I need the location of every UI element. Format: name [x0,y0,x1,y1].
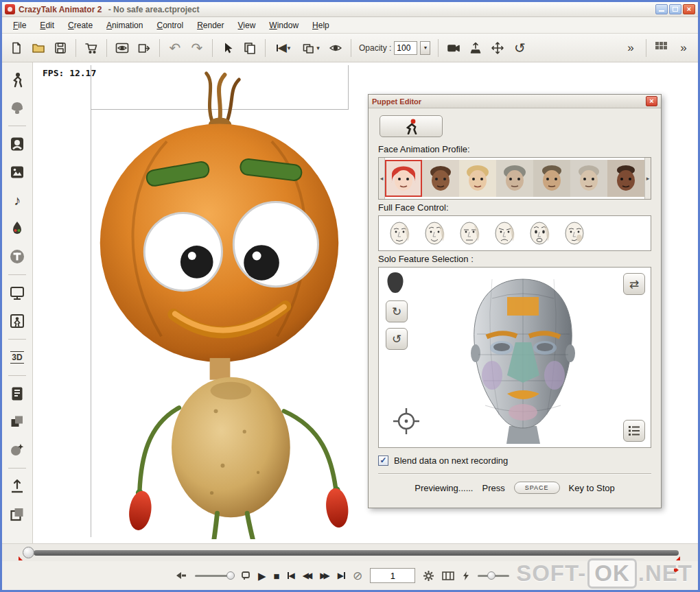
speed-slider-knob[interactable] [487,571,495,580]
speed-button[interactable] [462,571,470,581]
profile-scroll-left-button[interactable]: ◂ [379,158,385,199]
menu-help[interactable]: Help [305,19,336,32]
current-frame-input[interactable] [370,568,415,583]
rotate-tool-button[interactable]: ↺ [509,38,530,58]
profile-thumb-elder-woman[interactable] [570,160,607,197]
sidebar-script-button[interactable] [7,383,27,404]
frames-view-button[interactable] [442,571,454,581]
sidebar-motion-button[interactable] [7,311,27,331]
sidebar-paint-button[interactable] [7,218,27,239]
solo-reset-button[interactable]: ⇄ [623,273,645,295]
menu-edit[interactable]: Edit [33,19,61,32]
crosshair-control[interactable] [390,406,423,439]
blend-checkbox[interactable]: ✓ [378,455,388,466]
open-project-button[interactable] [28,38,49,58]
sidebar-actor-button[interactable] [7,69,27,90]
head-feature-button[interactable] [386,272,405,298]
full-face-thumb-2[interactable] [419,220,450,247]
first-frame-button[interactable]: ◀ [288,571,295,580]
duplicate-button[interactable] [240,38,260,58]
sidebar-3d-button[interactable]: 3D [7,347,27,368]
title-bar[interactable]: CrazyTalk Animator 2 - No safe area.ctpr… [2,2,698,17]
solo-rotate-button[interactable]: ↻ [386,300,408,322]
speed-slider[interactable] [478,575,509,577]
profile-thumb-dark-man[interactable] [607,160,644,197]
full-face-thumb-5[interactable] [524,220,555,247]
collect-clip-button[interactable]: ▾ [298,38,324,58]
range-start-marker[interactable] [19,556,23,560]
forward-button[interactable]: ▶▶ [320,571,329,580]
puppet-editor-close-button[interactable]: × [646,96,657,106]
sidebar-props-button[interactable] [7,412,27,432]
menu-animation[interactable]: Animation [100,19,150,32]
menu-create[interactable]: Create [61,19,100,32]
puppet-editor-panel[interactable]: Puppet Editor × Face Animation Profile: … [368,94,662,508]
minimize-button[interactable] [655,4,668,14]
marker-button[interactable] [241,571,250,580]
timeline-zoom-button[interactable] [175,570,187,581]
new-project-button[interactable] [6,38,27,58]
menu-window[interactable]: Window [262,19,305,32]
sidebar-text-button[interactable] [7,246,27,267]
stop-button[interactable]: ■ [274,571,280,581]
opacity-spinner-button[interactable]: ▼ [420,41,430,55]
object-up-button[interactable] [465,38,486,58]
save-button[interactable] [50,38,71,58]
menu-view[interactable]: View [231,19,263,32]
content-store-button[interactable] [81,38,102,58]
profile-thumb-blonde-woman[interactable] [459,160,496,197]
sidebar-hair-button[interactable] [7,97,27,118]
stage-canvas[interactable]: FPS: 12.17 [33,62,698,543]
layout-grid-button[interactable] [651,38,672,58]
puppet-profile-button[interactable] [380,115,443,137]
sidebar-audio-button[interactable]: ♪ [7,190,27,211]
timeline-playhead-knob[interactable] [23,547,34,558]
loop-off-button[interactable]: ⊘ [353,570,362,582]
camera-view-button[interactable] [443,38,464,58]
menu-file[interactable]: File [6,19,33,32]
toolbar-overflow-button[interactable]: » [620,38,641,58]
sidebar-face-button[interactable] [7,134,27,154]
full-face-thumb-4[interactable] [489,220,520,247]
sidebar-pin-button[interactable] [7,476,27,497]
full-face-thumb-6[interactable] [559,220,590,247]
profile-thumb-cartoon-girl[interactable] [385,160,422,197]
preview-button[interactable] [112,38,132,58]
select-tool-button[interactable] [218,38,238,58]
timeline-zoom-slider[interactable] [195,575,233,577]
timeline-track[interactable] [34,550,679,556]
opacity-input[interactable] [394,41,417,55]
face-3d-model[interactable] [444,271,602,446]
sidebar-scene-button[interactable] [7,283,27,303]
close-button[interactable]: × [683,4,695,14]
profile-thumb-tan-man[interactable] [533,160,570,197]
motion-clip-button[interactable]: ◀ ▾ [270,38,296,58]
solo-undo-button[interactable]: ↺ [386,328,408,350]
maximize-button[interactable] [669,4,681,14]
menu-render[interactable]: Render [190,19,231,32]
render-style-button[interactable] [325,38,346,58]
profile-scroll-right-button[interactable]: ▸ [644,158,651,199]
puppet-editor-titlebar[interactable]: Puppet Editor × [369,95,661,108]
settings-button[interactable] [423,570,434,582]
undo-button[interactable]: ↶ [165,38,185,58]
solo-list-button[interactable] [623,420,645,442]
menu-control[interactable]: Control [150,19,190,32]
profile-thumb-gray-woman[interactable] [496,160,533,197]
export-button[interactable] [134,38,154,58]
last-frame-button[interactable]: ▶ [338,571,345,580]
rewind-button[interactable]: ◀◀ [303,571,312,580]
profile-thumb-baby[interactable] [422,160,459,197]
move-tool-button[interactable] [487,38,508,58]
sidebar-image-button[interactable] [7,162,27,182]
dock-overflow-button[interactable]: » [673,38,694,58]
sidebar-effects-button[interactable] [7,440,27,460]
blend-checkbox-label[interactable]: Blend data on next recording [394,455,508,466]
redo-button[interactable]: ↷ [187,38,207,58]
full-face-thumb-1[interactable] [384,220,415,247]
play-button[interactable]: ▶ [258,571,266,581]
sidebar-layers-button[interactable] [7,504,27,525]
full-face-thumb-3[interactable] [454,220,485,247]
zoom-slider-knob[interactable] [226,571,235,580]
onion-character[interactable] [56,69,382,539]
